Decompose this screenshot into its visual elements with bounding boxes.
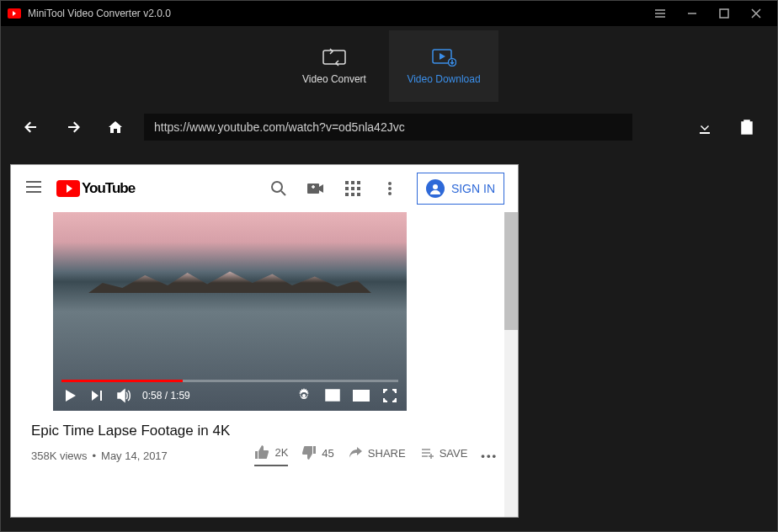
- hamburger-menu-button[interactable]: [646, 1, 674, 26]
- video-player[interactable]: 0:58 / 1:59: [53, 212, 407, 411]
- svg-rect-13: [351, 187, 354, 190]
- maximize-button[interactable]: [710, 1, 738, 26]
- time-display: 0:58 / 1:59: [142, 390, 190, 402]
- search-icon[interactable]: [269, 178, 289, 199]
- create-video-icon[interactable]: [306, 178, 326, 199]
- svg-rect-24: [354, 391, 369, 401]
- svg-rect-12: [345, 187, 349, 190]
- like-button[interactable]: 2K: [254, 444, 288, 466]
- svg-marker-3: [440, 53, 445, 60]
- youtube-logo-icon: [56, 180, 80, 197]
- video-views: 358K views: [31, 450, 87, 462]
- youtube-header: YouTube SIGN IN: [11, 165, 518, 212]
- svg-rect-6: [744, 120, 749, 123]
- home-button[interactable]: [102, 114, 129, 141]
- volume-button[interactable]: [115, 387, 132, 404]
- titlebar: MiniTool Video Converter v2.0.0: [1, 1, 777, 26]
- svg-point-20: [388, 192, 392, 195]
- svg-point-19: [388, 187, 392, 190]
- mode-tabs: Video Convert Video Download: [1, 26, 777, 106]
- svg-point-18: [388, 182, 392, 185]
- share-button[interactable]: SHARE: [348, 445, 406, 466]
- svg-rect-17: [357, 193, 360, 196]
- forward-button[interactable]: [60, 114, 87, 141]
- svg-rect-0: [720, 9, 728, 18]
- dislike-button[interactable]: 45: [301, 445, 333, 466]
- signin-label: SIGN IN: [451, 182, 495, 195]
- miniplayer-icon[interactable]: [324, 387, 341, 404]
- save-button[interactable]: SAVE: [419, 445, 468, 466]
- tab-label: Video Download: [407, 73, 480, 85]
- video-date: May 14, 2017: [101, 450, 168, 462]
- svg-rect-16: [351, 193, 354, 196]
- scrollbar[interactable]: [504, 212, 518, 517]
- download-button[interactable]: [691, 114, 718, 141]
- play-button[interactable]: [61, 387, 78, 404]
- next-button[interactable]: [88, 387, 105, 404]
- youtube-logo-text: YouTube: [82, 180, 135, 197]
- theater-icon[interactable]: [353, 387, 370, 404]
- embedded-browser: YouTube SIGN IN: [10, 164, 519, 518]
- fullscreen-icon[interactable]: [381, 387, 398, 404]
- avatar-icon: [426, 179, 445, 198]
- tab-label: Video Convert: [302, 73, 366, 85]
- svg-rect-23: [333, 395, 338, 400]
- svg-rect-15: [345, 193, 349, 196]
- tab-video-download[interactable]: Video Download: [389, 30, 498, 102]
- signin-button[interactable]: SIGN IN: [417, 173, 504, 205]
- clipboard-button[interactable]: [733, 114, 760, 141]
- close-button[interactable]: [742, 1, 770, 26]
- svg-rect-10: [351, 181, 354, 184]
- url-input[interactable]: [144, 114, 632, 141]
- back-button[interactable]: [18, 114, 45, 141]
- video-title: Epic Time Lapse Footage in 4K: [31, 423, 498, 439]
- svg-rect-5: [742, 122, 752, 134]
- svg-rect-9: [345, 181, 349, 184]
- svg-point-7: [272, 182, 282, 192]
- svg-rect-1: [323, 51, 345, 64]
- svg-rect-11: [357, 181, 360, 184]
- app-title: MiniTool Video Converter v2.0.0: [28, 8, 646, 19]
- svg-point-21: [433, 184, 438, 189]
- apps-icon[interactable]: [343, 178, 363, 199]
- youtube-menu-icon[interactable]: [24, 178, 43, 200]
- more-actions-button[interactable]: •••: [481, 450, 498, 462]
- app-logo-icon: [8, 8, 21, 19]
- more-icon[interactable]: [380, 178, 400, 199]
- svg-rect-14: [357, 187, 360, 190]
- settings-icon[interactable]: [296, 387, 312, 404]
- address-bar: [1, 106, 777, 148]
- tab-video-convert[interactable]: Video Convert: [280, 30, 389, 102]
- youtube-logo[interactable]: YouTube: [56, 180, 135, 197]
- minimize-button[interactable]: [678, 1, 706, 26]
